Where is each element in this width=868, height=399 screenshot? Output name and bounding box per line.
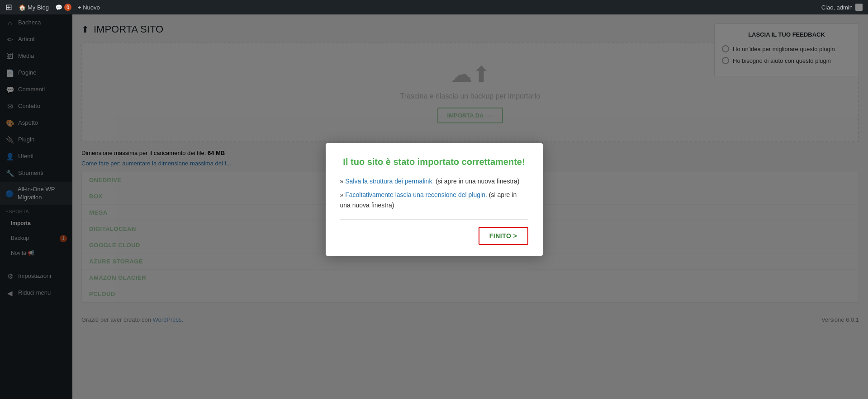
modal-body: » Salva la struttura dei permalink. (si … [340,176,528,210]
permalink-link[interactable]: Salva la struttura dei permalink. [345,178,434,185]
new-item-link[interactable]: + Nuovo [78,4,100,11]
comments-badge: 0 [64,4,71,11]
modal-line-1: » Salva la struttura dei permalink. (si … [340,176,528,186]
comment-icon: 💬 [55,4,62,11]
admin-bar: ⊞ 🏠 My Blog 💬 0 + Nuovo Ciao, admin [0,0,868,14]
modal-line-2: » Facoltativamente lascia una recensione… [340,190,528,210]
review-link[interactable]: Facoltativamente lascia una recensione d… [345,191,487,198]
finito-button[interactable]: FINITO > [479,227,528,245]
success-modal: Il tuo sito è stato importato correttame… [326,143,543,256]
modal-overlay: Il tuo sito è stato importato correttame… [0,0,868,399]
modal-divider [340,219,528,220]
site-name-link[interactable]: 🏠 My Blog [19,4,49,11]
comments-link[interactable]: 💬 0 [55,4,71,11]
wp-logo-icon[interactable]: ⊞ [5,2,12,12]
house-icon: 🏠 [19,4,26,11]
user-greeting: Ciao, admin [821,4,863,11]
modal-footer: FINITO > [340,227,528,245]
avatar [855,4,863,11]
modal-title: Il tuo sito è stato importato correttame… [340,157,528,167]
